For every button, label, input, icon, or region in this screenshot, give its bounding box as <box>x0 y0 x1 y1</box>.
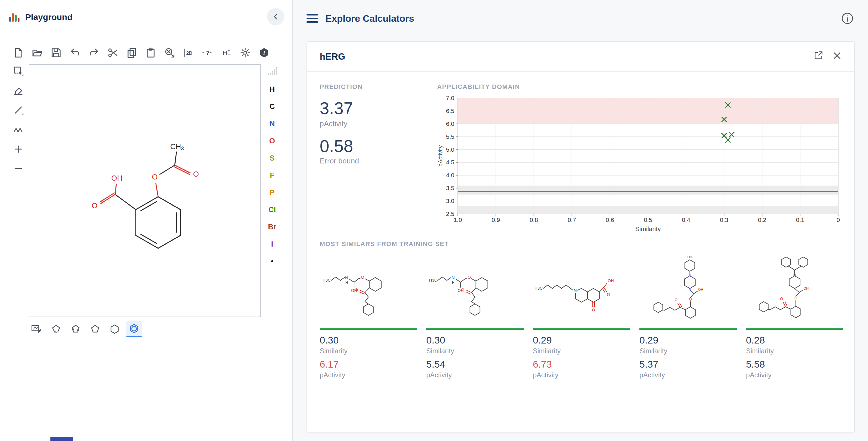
similar-molecule-card[interactable]: H3C N H OH O O 0.30 Similarity 5.54 pAct… <box>426 254 524 383</box>
any-atom-button[interactable] <box>265 64 279 78</box>
paste-button[interactable] <box>144 46 158 60</box>
element-sulfur[interactable]: S <box>270 152 274 164</box>
svg-text:?: ? <box>206 50 209 56</box>
svg-text:O: O <box>689 297 692 301</box>
open-button[interactable] <box>30 46 44 60</box>
applicability-domain-section: APPLICABILITY DOMAIN 2.53.03.54.04.55.05… <box>437 83 843 232</box>
element-phosphorus[interactable]: P <box>270 186 274 199</box>
similarity-value: 0.28 <box>746 335 843 346</box>
cyclopentadiene-template-button[interactable] <box>68 321 84 337</box>
info-button[interactable] <box>840 11 854 25</box>
cut-button[interactable] <box>106 46 120 60</box>
similar-molecule-card[interactable]: H3C N OH O O 0.29 Similarity 6.73 pActiv… <box>533 254 630 383</box>
svg-text:H: H <box>223 49 227 57</box>
collapse-panel-button[interactable] <box>267 8 284 25</box>
svg-text:0.1: 0.1 <box>796 216 804 223</box>
cyclopentane-template-button[interactable] <box>87 321 103 337</box>
open-folder-icon <box>32 47 43 58</box>
similarity-bar <box>426 328 524 330</box>
svg-text:0.2: 0.2 <box>758 216 766 223</box>
pactivity-value: 6.73 <box>533 359 630 371</box>
svg-text:0.7: 0.7 <box>568 216 576 223</box>
svg-text:2D: 2D <box>186 51 192 56</box>
applicability-heading: APPLICABILITY DOMAIN <box>437 83 843 90</box>
copy-icon <box>126 47 137 58</box>
save-button[interactable] <box>49 46 63 60</box>
svg-text:N: N <box>452 275 455 280</box>
menu-button[interactable] <box>307 14 318 23</box>
svg-text:0.4: 0.4 <box>682 216 690 223</box>
close-button[interactable] <box>833 51 842 62</box>
prediction-heading: PREDICTION <box>320 83 437 90</box>
chain-tool[interactable] <box>11 123 25 137</box>
layout-2d-button[interactable]: 2D <box>182 46 195 60</box>
prediction-value-label: pActivity <box>320 119 437 127</box>
structure-check-button[interactable]: ? <box>200 46 214 60</box>
similarity-label: Similarity <box>320 347 417 355</box>
svg-text:0.9: 0.9 <box>492 216 500 223</box>
element-fluorine[interactable]: F <box>270 169 274 181</box>
charge-minus-tool[interactable] <box>11 162 25 175</box>
similar-molecule-structure: H3C N H OH O O <box>426 254 524 326</box>
similarity-value: 0.30 <box>426 335 524 346</box>
svg-text:H: H <box>345 281 348 285</box>
similarity-bar <box>746 328 843 330</box>
element-nitrogen[interactable]: N <box>270 118 275 129</box>
horizontal-scrollbar-thumb[interactable] <box>51 437 73 441</box>
element-iodine[interactable]: I <box>271 238 273 250</box>
about-button[interactable]: i <box>257 46 271 60</box>
svg-text:OH: OH <box>687 255 692 259</box>
element-hydrogen[interactable]: H <box>270 83 275 95</box>
svg-text:O: O <box>780 296 783 301</box>
new-structure-button[interactable] <box>11 46 25 60</box>
similarity-label: Similarity <box>426 347 524 355</box>
element-oxygen[interactable]: O <box>269 135 275 147</box>
benzene-ring-icon <box>128 322 141 335</box>
bond-tool[interactable] <box>11 103 25 117</box>
molecule-canvas[interactable]: OH O O O CH3 <box>29 64 261 317</box>
clear-canvas-button[interactable] <box>163 46 177 60</box>
herg-card-header: hERG <box>307 42 854 72</box>
charge-plus-tool[interactable] <box>11 142 25 156</box>
pactivity-value: 5.54 <box>426 359 524 371</box>
element-chlorine[interactable]: Cl <box>269 204 276 216</box>
redo-button[interactable] <box>87 46 101 60</box>
calculators-panel: Explore Calculators hERG PREDICTION 3.37 <box>292 0 868 441</box>
similars-section: MOST SIMILARS FROM TRAINING SET <box>307 232 854 383</box>
hydrogens-toggle-button[interactable]: H+− <box>219 46 233 60</box>
svg-text:O: O <box>462 288 465 292</box>
settings-button[interactable] <box>238 46 252 60</box>
similar-molecule-card[interactable]: N OH O O 0.28 Similarity 5.58 pActivity <box>746 254 843 383</box>
element-bromine[interactable]: Br <box>268 221 276 233</box>
element-any-atom-dot[interactable]: • <box>271 255 273 267</box>
similar-cards-row: H3C N H OH O O 0.30 Similarity 6.17 pAct… <box>320 254 842 383</box>
cyclohexane-template-button[interactable] <box>106 321 123 337</box>
new-document-icon <box>12 47 24 58</box>
similar-molecule-card[interactable]: OH N N OH O O 0.29 Similarity 5.37 pActi… <box>640 254 737 383</box>
applicability-domain-chart: 2.53.03.54.04.55.05.56.06.57.01.00.90.80… <box>437 95 843 232</box>
similar-molecule-structure: H3C N OH O O <box>533 254 630 326</box>
gear-icon <box>240 47 251 58</box>
cyclopentane-ring-icon <box>89 323 101 335</box>
svg-text:5.5: 5.5 <box>446 133 454 140</box>
similar-molecule-card[interactable]: H3C N H OH O O 0.30 Similarity 6.17 pAct… <box>320 254 417 383</box>
svg-text:3.5: 3.5 <box>446 185 454 191</box>
svg-text:H: H <box>452 281 455 285</box>
pyrrole-template-button[interactable]: N <box>48 321 64 337</box>
copy-button[interactable] <box>125 46 138 60</box>
export-button[interactable] <box>813 51 823 62</box>
benzene-template-button[interactable] <box>126 321 142 337</box>
svg-text:O: O <box>355 288 358 292</box>
undo-button[interactable] <box>68 46 82 60</box>
element-carbon[interactable]: C <box>270 100 275 112</box>
svg-text:OH: OH <box>608 278 614 283</box>
svg-text:1.0: 1.0 <box>454 216 462 223</box>
user-templates-button[interactable] <box>29 321 45 337</box>
similars-heading: MOST SIMILARS FROM TRAINING SET <box>320 240 842 247</box>
rectangle-selection-tool[interactable] <box>11 64 25 78</box>
erase-tool[interactable] <box>11 84 25 97</box>
similarity-bar <box>533 328 630 330</box>
layout-2d-icon: 2D <box>183 47 194 58</box>
svg-text:OH: OH <box>804 287 809 291</box>
svg-text:0.5: 0.5 <box>644 216 652 223</box>
